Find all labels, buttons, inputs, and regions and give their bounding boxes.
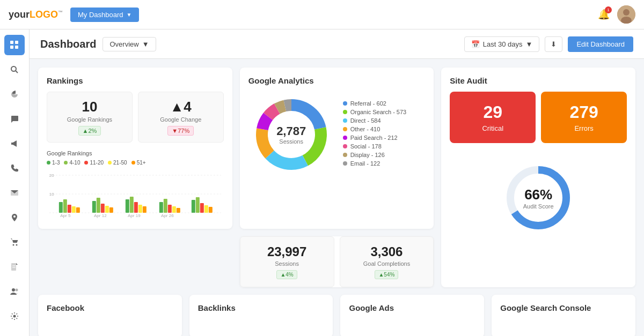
- sidebar-item-grid[interactable]: [4, 35, 25, 55]
- rankings-card: Rankings 10 Google Rankings ▲2% ▲4 Googl…: [38, 68, 232, 229]
- svg-rect-32: [105, 206, 109, 213]
- sidebar-item-cart[interactable]: [4, 232, 25, 252]
- audit-badges: 29 Critical 279 Errors: [450, 92, 627, 143]
- legend-dot-11-20: [84, 161, 88, 165]
- google-change-label: Google Change: [145, 116, 217, 123]
- sidebar-item-chat[interactable]: [4, 109, 25, 129]
- facebook-title: Facebook: [47, 303, 173, 312]
- page-header: Dashboard Overview ▼ 📅 Last 30 days ▼ ⬇ …: [30, 29, 644, 59]
- svg-rect-33: [109, 207, 113, 213]
- sidebar-item-location[interactable]: [4, 207, 25, 228]
- dropdown-arrow-icon: ▼: [127, 12, 132, 18]
- legend-11-20: 11-20: [84, 160, 104, 166]
- svg-rect-42: [172, 206, 176, 213]
- sidebar-item-doc[interactable]: [4, 257, 25, 277]
- legend-dot-21-50: [108, 161, 112, 165]
- donut-chart-wrap: 2,787 Sessions: [248, 92, 334, 177]
- sessions-big-value: 23,997: [248, 244, 326, 259]
- google-rankings-value: 10: [54, 99, 126, 115]
- svg-text:Apr 12: Apr 12: [94, 213, 107, 218]
- page-title: Dashboard: [40, 38, 96, 50]
- legend-paid-search: Paid Search - 212: [343, 135, 407, 141]
- svg-rect-31: [101, 204, 105, 213]
- svg-point-18: [13, 315, 16, 318]
- google-search-console-card: Google Search Console: [492, 295, 635, 336]
- nav-right: 🔔 1: [598, 5, 635, 24]
- svg-rect-13: [11, 263, 16, 271]
- site-audit-card: Site Audit 29 Critical 279 Errors 66% Au…: [441, 68, 635, 287]
- backlinks-title: Backlinks: [198, 303, 325, 312]
- svg-rect-4: [15, 41, 18, 44]
- svg-point-1: [623, 9, 630, 16]
- bar-chart-svg: 20 10: [47, 170, 224, 218]
- audit-title: Site Audit: [450, 76, 627, 85]
- errors-value: 279: [547, 102, 620, 122]
- svg-point-17: [16, 289, 18, 292]
- sessions-big-stat: 23,997 Sessions ▲4%: [240, 236, 334, 287]
- legend-dot-display: [343, 153, 347, 157]
- notification-bell[interactable]: 🔔 1: [598, 9, 610, 20]
- rankings-mini-stats: 10 Google Rankings ▲2% ▲4 Google Change …: [47, 92, 224, 143]
- legend-4-10: 4-10: [64, 160, 80, 166]
- main-content: Rankings 10 Google Rankings ▲2% ▲4 Googl…: [30, 59, 644, 336]
- svg-text:10: 10: [49, 192, 54, 197]
- analytics-title: Google Analytics: [248, 76, 426, 85]
- critical-label: Critical: [456, 124, 529, 132]
- critical-value: 29: [456, 102, 529, 122]
- date-range-button[interactable]: 📅 Last 30 days ▼: [464, 36, 540, 52]
- notification-badge: 1: [605, 6, 612, 13]
- overview-button[interactable]: Overview ▼: [103, 37, 156, 51]
- svg-rect-29: [92, 201, 96, 213]
- user-avatar[interactable]: [617, 5, 635, 24]
- svg-rect-45: [196, 197, 200, 213]
- rankings-chart: Google Rankings 1-3 4-10 11-20 21-50: [47, 150, 224, 220]
- legend-organic: Organic Search - 573: [343, 109, 407, 115]
- svg-line-8: [16, 71, 18, 73]
- page-header-left: Dashboard Overview ▼: [40, 37, 156, 51]
- google-search-console-title: Google Search Console: [500, 303, 627, 312]
- sidebar-item-settings[interactable]: [4, 306, 25, 326]
- svg-rect-35: [130, 197, 134, 213]
- legend-dot-email: [343, 161, 347, 166]
- legend-dot-1-3: [47, 161, 50, 165]
- my-dashboard-button[interactable]: My Dashboard ▼: [70, 8, 139, 22]
- sidebar-item-mail[interactable]: [4, 183, 25, 203]
- svg-rect-36: [134, 202, 138, 213]
- svg-rect-6: [15, 46, 18, 49]
- sidebar-item-search[interactable]: [4, 59, 25, 80]
- legend-51-plus: 51+: [131, 160, 146, 166]
- errors-label: Errors: [547, 124, 620, 132]
- svg-point-12: [16, 244, 18, 246]
- edit-dashboard-button[interactable]: Edit Dashboard: [568, 36, 633, 52]
- legend-display: Display - 126: [343, 152, 407, 158]
- download-button[interactable]: ⬇: [545, 36, 562, 52]
- svg-text:Apr 19: Apr 19: [128, 213, 141, 218]
- svg-rect-46: [200, 203, 204, 213]
- google-rankings-label: Google Rankings: [54, 116, 126, 123]
- svg-rect-44: [192, 200, 195, 213]
- svg-rect-25: [63, 199, 67, 213]
- svg-rect-24: [59, 202, 63, 213]
- sidebar: [0, 29, 30, 336]
- facebook-card: Facebook: [38, 295, 182, 336]
- svg-point-16: [12, 288, 15, 292]
- overview-arrow-icon: ▼: [142, 40, 149, 48]
- sidebar-item-phone[interactable]: [4, 158, 25, 178]
- svg-rect-28: [76, 207, 80, 213]
- svg-rect-30: [97, 198, 100, 213]
- page-header-right: 📅 Last 30 days ▼ ⬇ Edit Dashboard: [464, 36, 633, 52]
- sidebar-item-megaphone[interactable]: [4, 133, 25, 154]
- audit-errors-badge: 279 Errors: [541, 92, 627, 143]
- legend-dot-organic: [343, 110, 347, 114]
- backlinks-card: Backlinks: [189, 295, 333, 336]
- sidebar-item-users[interactable]: [4, 281, 25, 302]
- sessions-badge: ▲4%: [276, 270, 297, 279]
- sidebar-item-chart[interactable]: [4, 84, 25, 104]
- google-change-value: ▲4: [145, 99, 217, 115]
- svg-rect-39: [159, 202, 163, 213]
- svg-text:Apr 26: Apr 26: [161, 213, 174, 218]
- google-ads-card: Google Ads: [340, 295, 484, 336]
- svg-rect-41: [168, 205, 172, 213]
- svg-text:Apr 5: Apr 5: [60, 213, 71, 218]
- svg-rect-34: [126, 199, 129, 213]
